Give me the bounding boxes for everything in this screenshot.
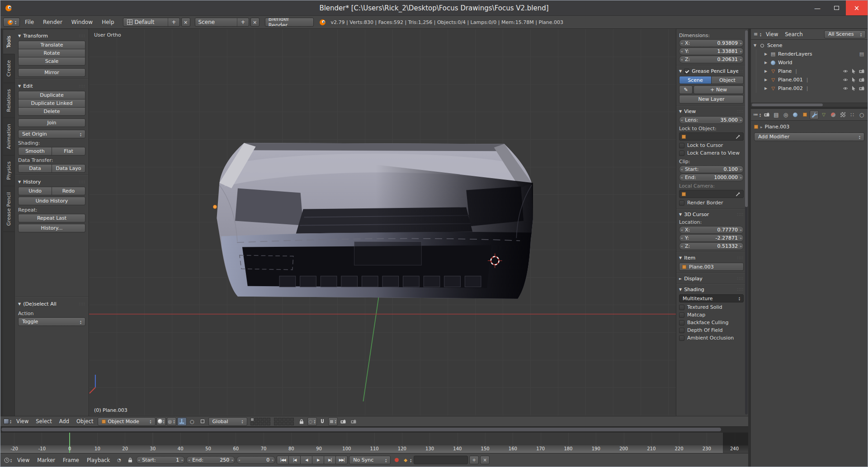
editor-type-selector[interactable]: ▴▾ bbox=[3, 18, 20, 27]
eyedropper-icon[interactable] bbox=[735, 191, 741, 197]
grease-brush-dropdown[interactable]: ✎ bbox=[679, 85, 693, 94]
panel-header-edit[interactable]: ▼ Edit :::: bbox=[18, 83, 85, 89]
lock-camera-to-view-checkbox[interactable]: Lock Camera to View bbox=[679, 149, 744, 157]
menu-file[interactable]: File bbox=[21, 16, 38, 28]
rotate-button[interactable]: Rotate bbox=[18, 49, 85, 57]
outliner-row-object[interactable]: ▶ ▽ Plane | bbox=[764, 67, 866, 75]
manipulator-rotate-button[interactable]: ○ bbox=[188, 417, 197, 426]
tab-texture[interactable] bbox=[838, 110, 847, 119]
panel-drag-grip[interactable]: :::: bbox=[737, 109, 744, 113]
cursor-y-field[interactable]: Y: -2.27871 bbox=[679, 234, 744, 242]
cursor-z-field[interactable]: Z: 0.51332 bbox=[679, 242, 744, 250]
shading-mode-dropdown[interactable]: Multitexture ▴▾ bbox=[679, 294, 744, 302]
new-layer-button[interactable]: New Layer bbox=[679, 95, 744, 104]
selectability-cursor-icon[interactable] bbox=[850, 77, 857, 83]
panel-drag-grip[interactable]: :::: bbox=[737, 256, 744, 260]
timeline-menu-frame[interactable]: Frame bbox=[60, 457, 82, 463]
npanel-scrollbar[interactable] bbox=[745, 30, 748, 415]
tab-world[interactable] bbox=[791, 110, 800, 119]
outliner-scrollbar-thumb[interactable] bbox=[752, 104, 823, 106]
outliner-row-world[interactable]: ▶ World bbox=[764, 58, 866, 67]
outliner-menu-search[interactable]: Search bbox=[782, 31, 806, 38]
transform-orientation-dropdown[interactable]: Global ▴▾ bbox=[208, 417, 247, 426]
add-scene-button[interactable]: + bbox=[237, 18, 248, 26]
timeline-editor-type-button[interactable]: ▴▾ bbox=[3, 456, 13, 464]
translate-button[interactable]: Translate bbox=[18, 41, 85, 49]
tab-scene[interactable]: ◎ bbox=[781, 110, 790, 119]
minimize-button[interactable]: — bbox=[808, 0, 827, 15]
grease-new-button[interactable]: + New bbox=[693, 85, 744, 94]
outliner-editor-type-button[interactable]: ≡ ▴▾ bbox=[753, 30, 762, 38]
current-frame-field[interactable]: 0 bbox=[236, 456, 275, 464]
visibility-eye-icon[interactable] bbox=[842, 85, 849, 92]
jump-to-end-button[interactable]: ▶▶| bbox=[335, 456, 348, 464]
shading-option-checkbox[interactable]: Backface Culling bbox=[679, 319, 744, 326]
join-button[interactable]: Join bbox=[18, 118, 85, 127]
mirror-button[interactable]: Mirror bbox=[18, 68, 85, 77]
shelf-tab-tools[interactable]: Tools bbox=[3, 30, 15, 54]
tab-render[interactable] bbox=[762, 110, 771, 119]
local-camera-picker[interactable] bbox=[679, 190, 744, 198]
jump-next-keyframe-button[interactable]: ▶| bbox=[324, 456, 336, 464]
timeline-menu-view[interactable]: View bbox=[14, 457, 33, 463]
cursor-x-field[interactable]: X: 0.77770 bbox=[679, 226, 744, 234]
lock-time-cursor-button[interactable] bbox=[125, 456, 135, 464]
dimension-x-field[interactable]: X: 0.93809 bbox=[679, 39, 744, 47]
tab-data[interactable]: ▽ bbox=[819, 110, 828, 119]
play-reverse-button[interactable]: ◀ bbox=[300, 456, 312, 464]
panel-drag-grip[interactable]: :::: bbox=[79, 180, 85, 184]
frame-end-field[interactable]: End: 250 bbox=[186, 456, 235, 464]
render-toggle-icon[interactable]: ▤ bbox=[859, 51, 865, 57]
grease-scene-tab[interactable]: Scene bbox=[679, 76, 712, 84]
outliner-display-mode-dropdown[interactable]: All Scenes ▴▾ bbox=[824, 30, 866, 38]
opengl-render-button[interactable] bbox=[339, 417, 348, 426]
maximize-button[interactable] bbox=[827, 0, 846, 15]
add-modifier-dropdown[interactable]: Add Modifier ▴▾ bbox=[754, 132, 864, 141]
delete-button[interactable]: Delete bbox=[18, 107, 85, 116]
tab-object[interactable] bbox=[800, 110, 809, 119]
mode-dropdown[interactable]: Object Mode ▴▾ bbox=[98, 417, 156, 426]
properties-editor-type-button[interactable]: ≔ ▴▾ bbox=[752, 110, 762, 119]
viewport-editor-type-button[interactable]: ▴▾ bbox=[3, 417, 12, 426]
shelf-tab-grease-pencil[interactable]: Grease Pencil bbox=[3, 186, 15, 232]
lock-object-picker[interactable] bbox=[679, 132, 744, 141]
selectability-cursor-icon[interactable] bbox=[850, 68, 857, 75]
undo-button[interactable]: Undo bbox=[18, 187, 52, 195]
lock-to-scene-button[interactable] bbox=[297, 417, 307, 426]
duplicate-linked-button[interactable]: Duplicate Linked bbox=[18, 99, 85, 108]
manipulator-scale-button[interactable] bbox=[198, 417, 208, 426]
expander-icon[interactable]: ▶ bbox=[764, 52, 768, 56]
panel-header-display[interactable]: ► Display :::: bbox=[679, 276, 744, 282]
panel-header-item[interactable]: ▼ Item :::: bbox=[679, 255, 744, 261]
scene-selector[interactable]: Scene + bbox=[195, 18, 249, 27]
grease-object-tab[interactable]: Object bbox=[711, 76, 744, 84]
tab-physics[interactable]: ○ bbox=[857, 110, 866, 119]
renderability-camera-icon[interactable] bbox=[859, 77, 865, 83]
tab-modifiers[interactable] bbox=[810, 110, 819, 119]
visibility-eye-icon[interactable] bbox=[842, 77, 849, 83]
layers-widget[interactable] bbox=[250, 418, 295, 425]
lens-field[interactable]: Lens: 35.000 bbox=[679, 116, 744, 124]
tab-particles[interactable]: ∷ bbox=[848, 110, 857, 119]
shelf-tab-create[interactable]: Create bbox=[3, 54, 15, 83]
render-engine-selector[interactable]: Blender Render bbox=[265, 18, 314, 27]
panel-drag-grip[interactable]: :::: bbox=[79, 84, 85, 88]
frame-start-field[interactable]: Start: 1 bbox=[136, 456, 185, 464]
expander-icon[interactable]: ▶ bbox=[764, 78, 768, 82]
pivot-point-dropdown[interactable]: ◎ ▴▾ bbox=[167, 417, 176, 426]
delete-scene-button[interactable]: × bbox=[250, 18, 259, 27]
timeline-menu-marker[interactable]: Marker bbox=[34, 457, 58, 463]
insert-keyframe-button[interactable]: + bbox=[469, 456, 479, 464]
grease-pencil-checkbox[interactable] bbox=[684, 69, 689, 74]
panel-header-grease-pencil-layers[interactable]: ▼ Grease Pencil Layers :: bbox=[679, 68, 744, 74]
timeline-menu-playback[interactable]: Playback bbox=[84, 457, 113, 463]
use-preview-range-button[interactable]: ◔ bbox=[114, 456, 124, 464]
sync-mode-dropdown[interactable]: No Sync ▴▾ bbox=[349, 456, 391, 464]
manipulator-translate-button[interactable] bbox=[177, 417, 187, 426]
shade-flat-button[interactable]: Flat bbox=[52, 147, 85, 156]
tab-render-layers[interactable]: ▤ bbox=[772, 110, 781, 119]
snap-toggle-button[interactable] bbox=[318, 417, 327, 426]
item-name-field[interactable]: Plane.003 bbox=[679, 263, 744, 271]
panel-drag-grip[interactable]: :::: bbox=[737, 212, 744, 217]
panel-header-view[interactable]: ▼ View :::: bbox=[679, 108, 744, 114]
